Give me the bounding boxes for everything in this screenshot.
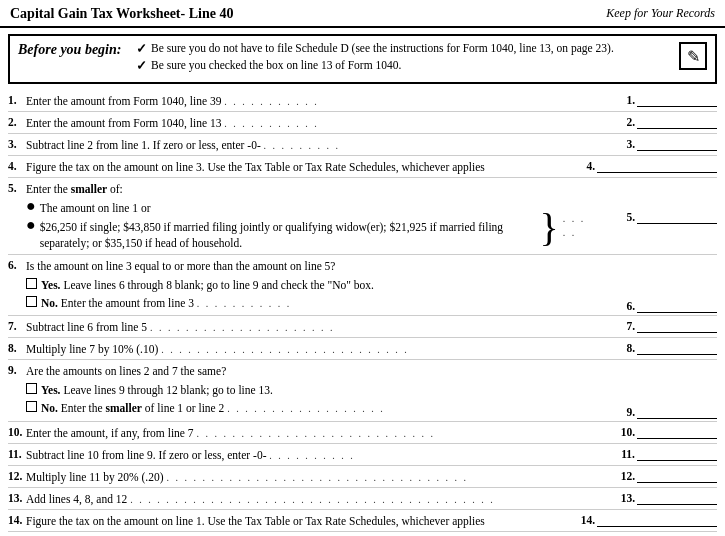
line-num-2: 2.	[8, 115, 26, 128]
checkbox-icon-no-6[interactable]	[26, 296, 37, 307]
checkbox-no-9: No. Enter the smaller of line 1 or line …	[26, 400, 593, 416]
dots-13: . . . . . . . . . . . . . . . . . . . . …	[130, 494, 495, 505]
pen-icon: ✎	[679, 42, 707, 70]
field-num-6: 6.	[626, 300, 635, 312]
line-text-9: Are the amounts on lines 2 and 7 the sam…	[26, 363, 597, 418]
field-input-7[interactable]	[637, 319, 717, 333]
line-text-8: Multiply line 7 by 10% (.10) . . . . . .…	[26, 341, 597, 357]
line-num-13: 13.	[8, 491, 26, 504]
checkbox-label-no-6: No. Enter the amount from line 3 . . . .…	[41, 295, 291, 311]
line-text-6: Is the amount on line 3 equal to or more…	[26, 258, 597, 313]
dots-3: . . . . . . . . .	[264, 140, 341, 151]
line-num-7: 7.	[8, 319, 26, 332]
line-text-4: Figure the tax on the amount on line 3. …	[26, 159, 586, 175]
header: Capital Gain Tax Worksheet- Line 40 Keep…	[0, 0, 725, 28]
line-field-11: 11.	[597, 447, 717, 461]
line-field-7: 7.	[597, 319, 717, 333]
dots-11: . . . . . . . . . .	[269, 450, 355, 461]
line-num-1: 1.	[8, 93, 26, 106]
checkbox-icon-yes-9[interactable]	[26, 383, 37, 394]
checkbox-icon-yes-6[interactable]	[26, 278, 37, 289]
line-text-5: Enter the smaller of: ● The amount on li…	[26, 181, 597, 251]
checkmark-icon-2: ✓	[136, 58, 147, 74]
form-line-4: 4. Figure the tax on the amount on line …	[8, 156, 717, 178]
line-text-2: Enter the amount from Form 1040, line 13…	[26, 115, 597, 131]
field-input-12[interactable]	[637, 469, 717, 483]
line-num-9: 9.	[8, 363, 26, 376]
line-text-3: Subtract line 2 from line 1. If zero or …	[26, 137, 597, 153]
line-text-1: Enter the amount from Form 1040, line 39…	[26, 93, 597, 109]
checkmark-icon-1: ✓	[136, 41, 147, 57]
checkbox-icon-no-9[interactable]	[26, 401, 37, 412]
line-field-3: 3.	[597, 137, 717, 151]
field-input-1[interactable]	[637, 93, 717, 107]
checkbox-label-yes-6: Yes. Leave lines 6 through 8 blank; go t…	[41, 277, 374, 293]
field-num-2: 2.	[626, 116, 635, 128]
bullet-icon-5-2: ●	[26, 217, 36, 233]
field-input-13[interactable]	[637, 491, 717, 505]
before-begin-item-1: ✓ Be sure you do not have to file Schedu…	[136, 42, 671, 57]
field-input-9[interactable]	[637, 405, 717, 419]
dots-8: . . . . . . . . . . . . . . . . . . . . …	[161, 344, 409, 355]
field-input-2[interactable]	[637, 115, 717, 129]
field-num-13: 13.	[621, 492, 635, 504]
line-num-4: 4.	[8, 159, 26, 172]
line-num-6: 6.	[8, 258, 26, 271]
form-line-9: 9. Are the amounts on lines 2 and 7 the …	[8, 360, 717, 421]
before-begin-text-1: Be sure you do not have to file Schedule…	[151, 42, 614, 54]
field-input-6[interactable]	[637, 299, 717, 313]
before-begin-section: Before you begin: ✓ Be sure you do not h…	[8, 34, 717, 84]
field-input-3[interactable]	[637, 137, 717, 151]
field-num-8: 8.	[626, 342, 635, 354]
field-num-7: 7.	[626, 320, 635, 332]
checkbox-no-6: No. Enter the amount from line 3 . . . .…	[26, 295, 593, 311]
form-line-3: 3. Subtract line 2 from line 1. If zero …	[8, 134, 717, 156]
bullet-text-5-1: The amount on line 1 or	[40, 200, 151, 216]
line-field-8: 8.	[597, 341, 717, 355]
field-input-14[interactable]	[597, 513, 717, 527]
dots-2: . . . . . . . . . . .	[224, 118, 319, 129]
line-text-13: Add lines 4, 8, and 12 . . . . . . . . .…	[26, 491, 597, 507]
bullet-icon-5-1: ●	[26, 198, 36, 214]
keep-records-label: Keep for Your Records	[606, 6, 715, 21]
field-num-14: 14.	[581, 514, 595, 526]
dots-12: . . . . . . . . . . . . . . . . . . . . …	[166, 472, 468, 483]
brace-icon: }	[540, 208, 559, 248]
field-num-4: 4.	[586, 160, 595, 172]
line-text-10: Enter the amount, if any, from line 7 . …	[26, 425, 597, 441]
line-num-12: 12.	[8, 469, 26, 482]
before-begin-text-2: Be sure you checked the box on line 13 o…	[151, 59, 401, 71]
lines-section: 1. Enter the amount from Form 1040, line…	[0, 90, 725, 536]
field-input-11[interactable]	[637, 447, 717, 461]
form-line-8: 8. Multiply line 7 by 10% (.10) . . . . …	[8, 338, 717, 360]
before-begin-content: ✓ Be sure you do not have to file Schedu…	[136, 42, 671, 76]
line-text-7: Subtract line 6 from line 5 . . . . . . …	[26, 319, 597, 335]
page-title: Capital Gain Tax Worksheet- Line 40	[10, 6, 233, 22]
bullet-item-5-2: ● $26,250 if single; $43,850 if married …	[26, 218, 536, 252]
field-num-10: 10.	[621, 426, 635, 438]
field-input-5[interactable]	[637, 210, 717, 224]
dots-7: . . . . . . . . . . . . . . . . . . . . …	[150, 322, 335, 333]
form-line-7: 7. Subtract line 6 from line 5 . . . . .…	[8, 316, 717, 338]
line-num-11: 11.	[8, 447, 26, 460]
line-field-12: 12.	[597, 469, 717, 483]
dots-6: . . . . . . . . . . .	[197, 298, 292, 309]
line-field-5: 5.	[597, 210, 717, 224]
field-num-1: 1.	[626, 94, 635, 106]
brace-section: ● The amount on line 1 or ● $26,250 if s…	[26, 199, 593, 251]
line-num-10: 10.	[8, 425, 26, 438]
dots-10: . . . . . . . . . . . . . . . . . . . . …	[196, 428, 435, 439]
field-input-10[interactable]	[637, 425, 717, 439]
line-text-11: Subtract line 10 from line 9. If zero or…	[26, 447, 597, 463]
line-text-14: Figure the tax on the amount on line 1. …	[26, 513, 581, 529]
form-line-14: 14. Figure the tax on the amount on line…	[8, 510, 717, 532]
form-line-5: 5. Enter the smaller of: ● The amount on…	[8, 178, 717, 254]
checkbox-label-no-9: No. Enter the smaller of line 1 or line …	[41, 400, 385, 416]
form-line-11: 11. Subtract line 10 from line 9. If zer…	[8, 444, 717, 466]
line-num-14: 14.	[8, 513, 26, 526]
field-input-8[interactable]	[637, 341, 717, 355]
field-input-4[interactable]	[597, 159, 717, 173]
form-line-10: 10. Enter the amount, if any, from line …	[8, 422, 717, 444]
line-num-3: 3.	[8, 137, 26, 150]
line-num-8: 8.	[8, 341, 26, 354]
